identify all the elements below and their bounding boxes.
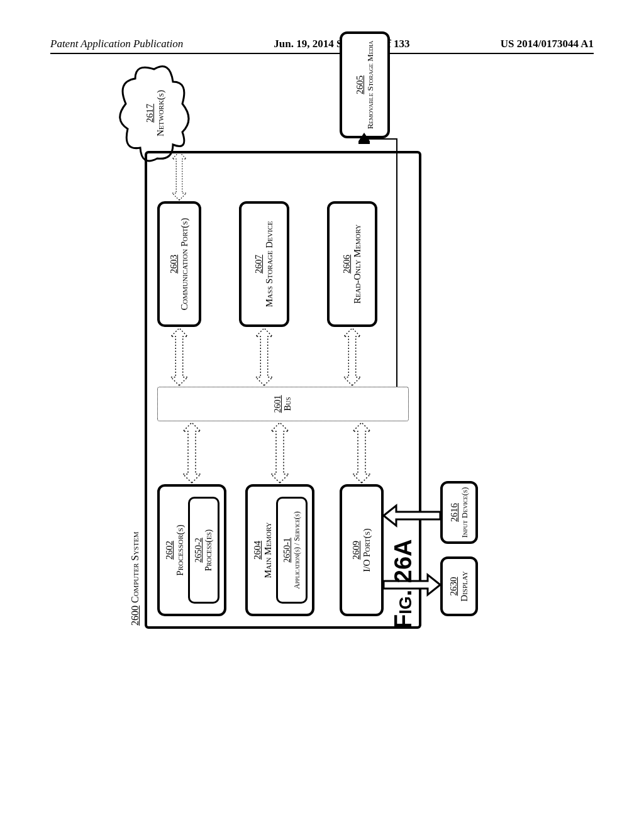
- arrow-bus-rom: [340, 327, 365, 387]
- arrow-into-removable: [358, 131, 370, 146]
- applications-block: 2650-1 Application(s) / Service(s): [276, 497, 308, 604]
- mass-storage-block: 2607 Mass Storage Device: [239, 201, 289, 327]
- page-header: Patent Application Publication Jun. 19, …: [50, 38, 594, 54]
- display-block: 2630 Display: [440, 556, 478, 616]
- header-left: Patent Application Publication: [50, 38, 183, 50]
- header-right: US 2014/0173044 A1: [501, 38, 594, 50]
- arrow-processor-bus: [179, 421, 204, 484]
- figure-label: Fig. 26A: [390, 539, 417, 629]
- arrow-memory-bus: [267, 421, 292, 484]
- arrow-input-ioports: [384, 503, 440, 528]
- rom-block: 2606 Read-Only Memory: [327, 201, 377, 327]
- arrow-ioports-bus: [349, 421, 374, 484]
- io-ports-block: 2609 I/O Port(s): [340, 484, 384, 616]
- computer-system-label: 2600 Computer System: [130, 532, 141, 626]
- line-bus-removable-h: [396, 138, 397, 387]
- processor-block: 2602 Processor(s) 2650-2 Process(es): [157, 484, 226, 616]
- arrow-bus-commport: [167, 327, 192, 387]
- main-memory-block: 2604 Main Memory 2650-1 Application(s) /…: [245, 484, 314, 616]
- input-devices-block: 2616 Input Device(s): [440, 481, 478, 544]
- communication-port-block: 2603 Communication Port(s): [157, 201, 201, 327]
- bus-block: 2601 Bus: [157, 387, 409, 421]
- removable-storage-block: 2605 Removable Storage Media: [340, 31, 390, 138]
- network-cloud: 2617 Network(s): [126, 69, 189, 157]
- arrow-bus-massstorage: [252, 327, 277, 387]
- arrow-commport-network: [167, 151, 192, 201]
- figure-26a-diagram: 2600 Computer System 2602 Processor(s) 2…: [88, 163, 566, 616]
- processes-block: 2650-2 Process(es): [188, 497, 219, 604]
